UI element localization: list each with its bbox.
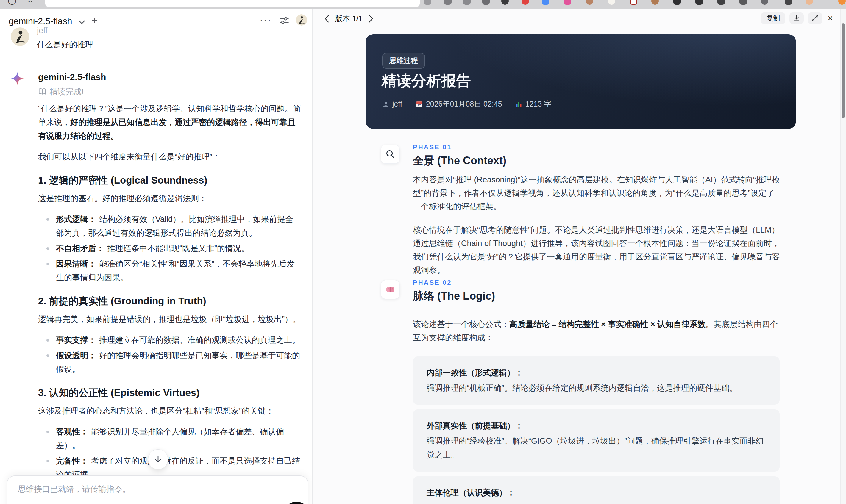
chat-panel: gemini-2.5-flash + ··· jeff 什么是好的推理 (0, 9, 313, 504)
expand-icon (811, 14, 819, 22)
browser-extension-icon[interactable] (424, 0, 431, 5)
section-desc: 这涉及推理者的心态和方法论，也是区分“杠精”和“思想家”的关键： (38, 404, 301, 418)
svg-text:17: 17 (417, 104, 421, 107)
browser-reload-icon[interactable]: ◯ (8, 0, 16, 5)
scroll-to-bottom-button[interactable] (148, 449, 168, 469)
calendar-icon: 17 (415, 100, 423, 108)
browser-extension-icon[interactable] (542, 0, 549, 5)
copy-button[interactable]: 复制 (761, 13, 785, 24)
section-desc: 逻辑再完美，如果前提是错误的，推理也是垃圾（即“垃圾进，垃圾出”）。 (38, 312, 301, 326)
dimension-cards: 内部一致性（形式逻辑）： 强调推理的“机械正确”。结论必须在给定的规则系统内逻辑… (413, 356, 780, 504)
report-panel: 版本 1/1 复制 × 思维过程 精读分析报告 (313, 9, 846, 504)
browser-extension-icon[interactable] (522, 0, 529, 5)
phase-2-title: 脉络 (The Logic) (413, 289, 495, 304)
prev-version-chevron-icon[interactable] (324, 15, 329, 23)
section-heading: 1. 逻辑的严密性 (Logical Soundness) (38, 174, 301, 187)
person-icon (382, 101, 389, 108)
dimension-card: 内部一致性（形式逻辑）： 强调推理的“机械正确”。结论必须在给定的规则系统内逻辑… (413, 356, 780, 404)
arrow-down-icon (154, 455, 162, 464)
paragraph: 核心情境在于解决“思考的随意性”问题。不论是人类通过批判性思维进行决策，还是大语… (413, 223, 781, 277)
dimension-card: 主体伦理（认识美德）： 转向推理者的心理特征。引入奥卡姆剃刀和反向论证，旨在克服… (413, 476, 780, 504)
report-badge: 思维过程 (382, 53, 425, 69)
close-button[interactable]: × (826, 13, 834, 23)
phase-2-label: PHASE 02 (413, 279, 452, 287)
settings-sliders-icon[interactable] (279, 16, 289, 25)
browser-extension-icon[interactable] (761, 0, 768, 5)
scrollbar-track[interactable] (840, 9, 846, 504)
browser-address-bar[interactable] (45, 0, 420, 7)
message-text: 什么是好的推理 (37, 39, 93, 50)
browser-extension-icon[interactable] (718, 0, 725, 5)
report-title: 精读分析报告 (382, 71, 471, 91)
phase-1-body: 本内容是对“推理 (Reasoning)”这一抽象概念的高层建模。在知识爆炸与人… (413, 173, 781, 287)
report-header-card: 思维过程 精读分析报告 jeff 17 2026年01月08日 02:45 12… (366, 34, 796, 129)
browser-extension-icon[interactable] (586, 0, 593, 5)
browser-extension-icon[interactable] (501, 0, 509, 5)
report-word-count: 1213 字 (515, 99, 551, 109)
browser-extension-icon[interactable] (482, 0, 490, 5)
scrollbar-thumb[interactable] (842, 23, 845, 118)
chat-input-placeholder: 思维接口已就绪，请传输指令。 (18, 484, 130, 494)
user-avatar (11, 28, 29, 46)
paragraph: 我们可以从以下四个维度来衡量什么是“好的推理”： (38, 150, 301, 164)
version-navigator: 版本 1/1 (324, 14, 373, 23)
dimension-card: 外部真实性（前提基础）： 强调推理的“经验校准”。解决“GIGO（垃圾进，垃圾出… (413, 409, 780, 472)
list-item: 因果清晰：能准确区分“相关性”和“因果关系”，不会轻率地将先后发生的事情归为因果… (45, 257, 301, 284)
chat-input-box[interactable]: 思维接口已就绪，请传输指令。 + (6, 475, 309, 504)
browser-extension-icon[interactable] (695, 0, 703, 5)
phase-1-label: PHASE 01 (413, 143, 452, 151)
report-date: 17 2026年01月08日 02:45 (415, 99, 502, 109)
bar-chart-icon (515, 101, 523, 108)
browser-extension-icon[interactable] (444, 0, 452, 5)
browser-apps-grid-icon[interactable]: ⠿ (28, 0, 33, 5)
gemini-star-icon (10, 71, 24, 86)
model-selector[interactable]: gemini-2.5-flash (8, 16, 72, 26)
assistant-name: gemini-2.5-flash (38, 72, 106, 82)
list-item: 事实支撑：推理建立在可靠的数据、准确的观测或公认的真理之上。 (45, 333, 301, 347)
section-heading: 3. 认知的公正性 (Epistemic Virtues) (38, 386, 301, 399)
magnifier-icon (385, 149, 395, 159)
browser-extension-icon[interactable] (651, 0, 659, 5)
browser-toolbar: ◯ ⠿ (0, 0, 846, 9)
phase-2-icon-box (381, 280, 400, 299)
new-chat-button[interactable]: + (92, 14, 98, 26)
list-item: 假设透明：好的推理会明确指明哪些是已知事实，哪些是基于可能的假设。 (45, 349, 301, 376)
list-item: 客观性：能够识别并尽量排除个人偏见（如幸存者偏差、确认偏差）。 (45, 425, 301, 452)
phase-timeline (390, 137, 390, 504)
brain-icon (385, 284, 395, 294)
bullet-list: 事实支撑：推理建立在可靠的数据、准确的观测或公认的真理之上。 假设透明：好的推理… (38, 333, 301, 376)
browser-extension-icon[interactable] (673, 0, 681, 5)
phase-2-lead: 该论述基于一个核心公式：高质量结论 = 结构完整性 × 事实准确性 × 认知自律… (413, 318, 781, 344)
fullscreen-button[interactable] (808, 13, 822, 24)
assistant-status: 精读完成! (38, 86, 84, 97)
browser-extension-icon[interactable] (739, 0, 747, 5)
phase-1-title: 全景 (The Context) (413, 154, 506, 168)
open-book-icon (38, 88, 47, 96)
browser-profile-avatar[interactable] (806, 0, 813, 5)
report-actions: 复制 × (761, 13, 834, 24)
browser-extension-icon[interactable] (463, 0, 471, 5)
version-label: 版本 1/1 (335, 14, 363, 23)
voice-input-button[interactable] (283, 502, 310, 504)
download-icon (793, 14, 800, 22)
list-item: 不自相矛盾：推理链条中不能出现“既是又非”的情况。 (45, 241, 301, 255)
report-meta: jeff 17 2026年01月08日 02:45 1213 字 (382, 99, 551, 109)
section-heading: 2. 前提的真实性 (Grounding in Truth) (38, 294, 301, 308)
list-item: 形式逻辑：结构必须有效（Valid）。比如演绎推理中，如果前提全部为真，那么通过… (45, 212, 301, 240)
phase-1-icon-box (381, 145, 400, 164)
report-author: jeff (382, 100, 402, 108)
chevron-down-icon[interactable] (78, 20, 86, 25)
browser-extension-icon[interactable] (630, 0, 637, 5)
more-options-button[interactable]: ··· (260, 14, 271, 25)
message-author: jeff (37, 26, 48, 35)
download-button[interactable] (790, 13, 804, 24)
browser-extension-icon[interactable] (564, 0, 571, 5)
assistant-message-body: “什么是好的推理？”这是一个涉及逻辑学、认知科学和哲学核心的问题。简单来说，好的… (38, 102, 301, 504)
user-avatar[interactable] (296, 14, 307, 25)
app-window: ◯ ⠿ gemini-2.5-flash + ··· (0, 0, 846, 504)
browser-extension-icon[interactable] (785, 0, 792, 5)
next-version-chevron-icon[interactable] (369, 15, 373, 23)
browser-extension-icon[interactable] (838, 0, 846, 5)
section-desc: 这是推理的基石。好的推理必须遵循逻辑法则： (38, 192, 301, 205)
browser-extension-icon[interactable] (608, 0, 615, 5)
